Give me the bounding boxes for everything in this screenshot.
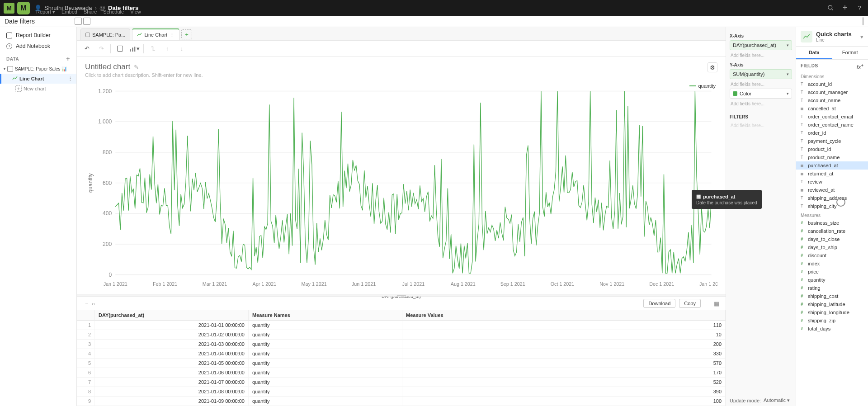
field-price[interactable]: #price [796,268,868,276]
field-purchased_at[interactable]: ▦purchased_at [796,161,868,170]
field-index[interactable]: #index [796,260,868,268]
chevron-down-icon: ▾ [787,91,789,96]
y-axis-add-placeholder[interactable]: Add fields here... [730,80,792,89]
view-mode-button[interactable] [114,43,125,54]
field-payment_cycle[interactable]: Tpayment_cycle [796,137,868,145]
field-shipping_city[interactable]: Tshipping_city [796,202,868,210]
chart-canvas[interactable]: 02004006008001,0001,200Jan 1 2021Feb 1 2… [85,85,717,293]
menu-view[interactable]: View [130,9,141,15]
chevron-down-icon[interactable]: ▾ [860,33,863,40]
y-axis-pill[interactable]: SUM(quantity) ▾ [730,69,792,79]
field-type-icon: T [801,139,806,143]
field-order_contact_email[interactable]: Torder_contact_email [796,113,868,121]
app-logo-small[interactable]: M [4,3,14,14]
tab-sample[interactable]: SAMPLE: Pa... [80,28,130,40]
menu-share[interactable]: Share [84,9,97,15]
filters-add-placeholder[interactable]: Add fields here... [730,121,792,130]
zoom-reset-button[interactable]: ○ [92,301,95,307]
caret-down-icon[interactable]: ▾ [4,67,5,71]
field-discount[interactable]: #discount [796,251,868,260]
field-returned_at[interactable]: ▦returned_at [796,170,868,178]
field-business_size[interactable]: #business_size [796,219,868,227]
x-axis-add-placeholder[interactable]: Add fields here... [730,51,792,60]
redo-button[interactable]: ↷ [96,43,107,54]
field-shipping_latitude[interactable]: #shipping_latitude [796,300,868,308]
add-field-button[interactable]: fx+ [857,63,863,70]
quick-charts-subtitle: Line [816,38,852,42]
new-chart-button[interactable]: + New chart [0,84,76,94]
field-shipping_cost[interactable]: #shipping_cost [796,292,868,300]
chart-node[interactable]: Line Chart ⋮ [0,74,76,84]
table-cell: 570 [402,359,726,368]
tab-format[interactable]: Format [832,47,868,59]
x-axis-pill[interactable]: DAY(purchased_at) ▾ [730,40,792,50]
table-header[interactable]: Measure Names [249,310,402,321]
tab-line-chart[interactable]: Line Chart ⋮ [132,28,179,40]
chart-title[interactable]: Untitled chart [85,62,130,71]
table-cell: 200 [402,340,726,349]
add-data-button[interactable]: + [66,55,70,62]
table-cell: 110 [402,321,726,330]
field-shipping_longitude[interactable]: #shipping_longitude [796,308,868,316]
chart-settings-button[interactable]: ⚙ [708,62,717,72]
menu-schedule[interactable]: Schedule [103,9,124,15]
field-total_days[interactable]: #total_days [796,325,868,333]
field-days_to_ship[interactable]: #days_to_ship [796,243,868,251]
table-header[interactable]: DAY(purchased_at) [95,310,249,321]
layout-2-button[interactable] [83,18,90,25]
field-order_contact_name[interactable]: Torder_contact_name [796,121,868,129]
app-logo[interactable]: M [17,2,30,14]
tab-data[interactable]: Data [796,47,832,59]
field-type-icon: # [801,269,806,274]
add-notebook-button[interactable]: + Add Notebook [0,41,76,52]
splitter-handle[interactable] [77,294,726,297]
svg-text:1,000: 1,000 [98,118,112,125]
filters-section-label: FILTERS [730,114,792,119]
sort-button[interactable]: ⇅ [147,43,158,54]
field-product_name[interactable]: Tproduct_name [796,153,868,161]
field-shipping_zip[interactable]: #shipping_zip [796,316,868,325]
sort-desc-button[interactable]: ↓ [176,43,187,54]
undo-button[interactable]: ↶ [81,43,92,54]
field-reviewed_at[interactable]: ▦reviewed_at [796,186,868,194]
layout-1-button[interactable] [75,18,82,25]
svg-text:800: 800 [103,149,112,156]
collapse-panel-button[interactable] [863,17,863,25]
field-rating[interactable]: #rating [796,284,868,292]
add-tab-button[interactable]: + [181,29,192,39]
color-add-placeholder[interactable]: Add fields here... [730,99,792,108]
field-days_to_close[interactable]: #days_to_close [796,235,868,243]
field-account_manager[interactable]: Taccount_manager [796,88,868,96]
field-product_id[interactable]: Tproduct_id [796,145,868,153]
menu-embed[interactable]: Embed [61,9,77,15]
field-review[interactable]: Treview [796,178,868,186]
field-order_id[interactable]: Torder_id [796,129,868,137]
svg-text:Apr 1 2021: Apr 1 2021 [253,281,277,287]
field-account_name[interactable]: Taccount_name [796,96,868,104]
table-header[interactable]: Measure Values [402,310,726,321]
update-mode-dropdown[interactable]: Automatic ▾ [764,397,790,403]
menu-report[interactable]: Report ▾ [36,9,55,15]
field-cancellation_rate[interactable]: #cancellation_rate [796,227,868,235]
svg-text:Mar 1 2021: Mar 1 2021 [203,281,227,287]
chart-node-menu-icon[interactable]: ⋮ [68,76,73,82]
field-quantity[interactable]: #quantity [796,276,868,284]
table-cell: 520 [402,378,726,387]
search-button[interactable] [826,3,835,13]
dataset-node[interactable]: ▾ SAMPLE: Paper Sales 📊 [0,64,76,74]
report-builder-button[interactable]: Report Builder [0,30,76,41]
edit-title-icon[interactable]: ✎ [134,64,139,71]
table-cell: quantity [249,387,402,397]
tab-menu-icon[interactable]: ⋮ [170,32,175,38]
zoom-out-button[interactable]: − [85,301,88,307]
field-shipping_address[interactable]: Tshipping_address [796,194,868,202]
chart-description[interactable]: Click to add chart description. Shift-en… [85,72,717,78]
add-button[interactable]: + [840,3,850,13]
sort-asc-button[interactable]: ↑ [162,43,173,54]
color-pill[interactable]: Color ▾ [730,89,792,99]
chart-type-button[interactable]: ▾ [129,43,140,54]
field-account_id[interactable]: Taccount_id [796,80,868,88]
color-swatch-icon [733,91,737,96]
help-button[interactable]: ? [854,3,864,13]
field-cancelled_at[interactable]: ▦cancelled_at [796,104,868,113]
